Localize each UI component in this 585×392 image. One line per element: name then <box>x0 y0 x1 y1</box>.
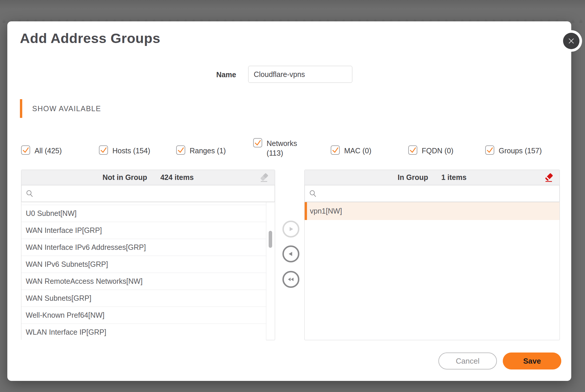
in-group-panel: In Group 1 items vpn1[NW] <box>304 170 560 340</box>
dialog-title: Add Address Groups <box>20 30 160 46</box>
in-group-list: vpn1[NW] <box>305 202 560 340</box>
not-in-group-list: U0 Subnet[NW] WAN Interface IP[GRP] WAN … <box>21 202 275 340</box>
checkbox-checked-icon[interactable] <box>331 145 340 155</box>
not-in-group-search <box>21 185 275 202</box>
not-in-group-panel: Not in Group 424 items U0 Subne <box>21 170 275 340</box>
show-available-section: SHOW AVAILABLE <box>20 99 101 118</box>
in-group-header: In Group 1 items <box>305 170 560 185</box>
filter-label: FQDN (0) <box>422 145 453 156</box>
filter-checkbox-networks[interactable]: Networks (113) <box>253 138 301 158</box>
filter-label: All (425) <box>35 145 62 156</box>
panel-title: Not in Group <box>102 173 147 182</box>
list-row-partial <box>21 202 266 205</box>
eraser-icon <box>258 172 270 183</box>
save-button[interactable]: Save <box>503 353 561 369</box>
clear-selection-button[interactable] <box>258 172 270 183</box>
panel-item-count: 424 items <box>160 173 194 182</box>
eraser-red-icon <box>543 172 554 183</box>
search-input[interactable] <box>317 185 560 202</box>
filter-label: Hosts (154) <box>112 145 150 156</box>
double-arrow-left-icon <box>287 276 295 283</box>
overlay-backdrop-pattern <box>0 9 585 23</box>
checkbox-checked-icon[interactable] <box>99 145 108 155</box>
filter-label: Ranges (1) <box>190 145 226 156</box>
checkbox-checked-icon[interactable] <box>408 145 417 155</box>
checkbox-checked-icon[interactable] <box>176 145 185 155</box>
search-icon <box>309 190 317 198</box>
filter-label: MAC (0) <box>344 145 371 156</box>
not-in-group-header: Not in Group 424 items <box>21 170 275 185</box>
panel-item-count: 1 items <box>441 173 466 182</box>
filter-checkbox-groups[interactable]: Groups (157) <box>485 145 542 156</box>
overlay-backdrop-top <box>0 0 585 9</box>
list-item[interactable]: WAN RemoteAccess Networks[NW] <box>21 273 266 290</box>
close-button[interactable] <box>563 33 579 49</box>
checkbox-checked-icon[interactable] <box>485 145 494 155</box>
section-title: SHOW AVAILABLE <box>32 104 101 113</box>
filter-checkbox-all[interactable]: All (425) <box>21 145 62 156</box>
list-item[interactable]: WAN Interface IPv6 Addresses[GRP] <box>21 239 266 256</box>
remove-all-from-group-button[interactable] <box>282 271 299 288</box>
scroll-gutter-divider <box>266 202 266 340</box>
section-accent-bar <box>20 99 22 118</box>
remove-from-group-button[interactable] <box>282 245 299 262</box>
cancel-button[interactable]: Cancel <box>438 353 497 369</box>
list-item[interactable]: U0 Subnet[NW] <box>21 205 266 222</box>
checkbox-checked-icon[interactable] <box>21 145 30 155</box>
list-item[interactable]: WAN Subnets[GRP] <box>21 290 266 307</box>
search-icon <box>25 190 34 198</box>
selected-group-member[interactable]: vpn1[NW] <box>305 202 560 220</box>
list-item[interactable]: Well-Known Pref64[NW] <box>21 307 266 324</box>
list-item[interactable]: WAN IPv6 Subnets[GRP] <box>21 256 266 273</box>
filter-checkbox-mac[interactable]: MAC (0) <box>331 145 371 156</box>
arrow-left-icon <box>287 250 295 258</box>
list-item[interactable]: WLAN Interface IP[GRP] <box>21 324 266 340</box>
arrow-right-icon <box>287 225 295 233</box>
search-input[interactable] <box>34 185 275 202</box>
add-address-groups-dialog: Add Address Groups Name SHOW AVAILABLE A… <box>7 21 571 381</box>
filter-checkbox-fqdn[interactable]: FQDN (0) <box>408 145 453 156</box>
in-group-search <box>305 185 560 202</box>
scrollbar-thumb[interactable] <box>269 231 272 248</box>
name-input[interactable] <box>248 66 352 83</box>
filter-checkbox-ranges[interactable]: Ranges (1) <box>176 145 226 156</box>
move-to-group-button[interactable] <box>282 221 299 238</box>
name-label: Name <box>204 71 236 79</box>
filter-checkbox-hosts[interactable]: Hosts (154) <box>99 145 150 156</box>
close-icon <box>567 37 576 45</box>
filter-label: Groups (157) <box>499 145 542 156</box>
clear-group-button[interactable] <box>543 172 554 183</box>
checkbox-checked-icon[interactable] <box>253 138 262 147</box>
filter-label: Networks (113) <box>267 138 301 158</box>
list-item[interactable]: WAN Interface IP[GRP] <box>21 222 266 239</box>
panel-title: In Group <box>398 173 428 182</box>
